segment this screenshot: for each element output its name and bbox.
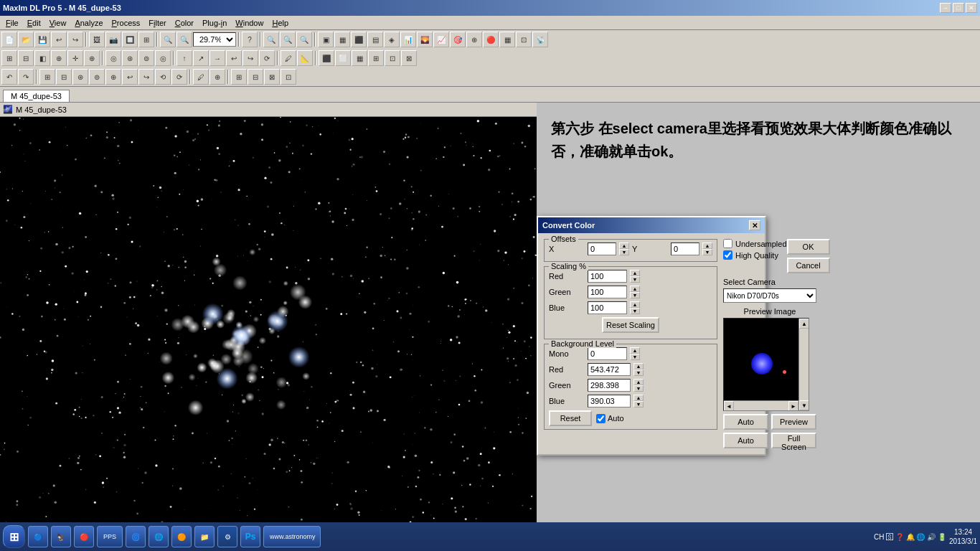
taskbar-app-5[interactable]: 🌐	[149, 526, 169, 547]
tb-t13[interactable]: ⊡	[516, 32, 532, 47]
menu-help[interactable]: Help	[268, 17, 293, 29]
scroll-up-arrow[interactable]: ▲	[799, 319, 809, 329]
tb3-17[interactable]: ⊡	[281, 69, 296, 85]
tb2-5[interactable]: ✛	[67, 50, 83, 66]
menu-filter[interactable]: Filter	[144, 17, 170, 29]
tb-zoom-out[interactable]: 🔍	[160, 32, 176, 47]
tb-open[interactable]: 📂	[18, 32, 34, 47]
menu-plugin[interactable]: Plug-in	[198, 17, 231, 29]
blue-spin-up[interactable]: ▲	[630, 301, 640, 308]
red-spin-up[interactable]: ▲	[630, 270, 640, 276]
scroll-left-arrow[interactable]: ◄	[724, 401, 734, 411]
tb2-7[interactable]: ◎	[105, 50, 121, 66]
tb3-2[interactable]: ↷	[18, 69, 34, 85]
dialog-close-button[interactable]: ✕	[749, 220, 760, 230]
camera-dropdown[interactable]: Nikon D70/D70s	[723, 288, 816, 303]
preview-scrollbar-vertical[interactable]: ▲ ▼	[798, 319, 809, 410]
tb3-13[interactable]: ⊕	[209, 69, 225, 85]
blue2-input[interactable]	[588, 395, 631, 408]
menu-process[interactable]: Process	[108, 17, 145, 29]
tb2-8[interactable]: ⊛	[122, 50, 138, 66]
menu-file[interactable]: File	[1, 17, 23, 29]
high-quality-checkbox[interactable]	[723, 250, 732, 260]
tb2-2[interactable]: ⊟	[18, 50, 34, 66]
blue2-spin-down[interactable]: ▼	[633, 401, 644, 408]
y-spin-down[interactable]: ▼	[702, 249, 712, 255]
green2-spin-down[interactable]: ▼	[633, 385, 644, 392]
tb-help[interactable]: ?	[242, 32, 258, 47]
tb-t11[interactable]: 🔴	[483, 32, 499, 47]
tb2-21[interactable]: ▦	[352, 50, 367, 66]
minimize-button[interactable]: –	[940, 3, 951, 13]
zoom-dropdown[interactable]: 29.7%	[193, 32, 236, 47]
blue-spin-down[interactable]: ▼	[630, 308, 640, 314]
tb-z3[interactable]: 🔍	[296, 32, 312, 47]
tb-t6[interactable]: 📊	[400, 32, 416, 47]
menu-view[interactable]: View	[45, 17, 71, 29]
blue-input[interactable]	[588, 301, 627, 314]
tb-img4[interactable]: ⊞	[138, 32, 154, 47]
cancel-button[interactable]: Cancel	[787, 258, 830, 273]
taskbar-app-ps[interactable]: Ps	[240, 526, 260, 547]
tb-redo[interactable]: ↪	[67, 32, 83, 47]
tb2-14[interactable]: ↩	[226, 50, 242, 66]
y-input[interactable]	[671, 242, 699, 255]
start-button[interactable]: ⊞	[3, 525, 25, 548]
tb2-13[interactable]: →	[209, 50, 225, 66]
ok-button[interactable]: OK	[787, 239, 830, 255]
menu-color[interactable]: Color	[171, 17, 198, 29]
tb2-11[interactable]: ↑	[176, 50, 192, 66]
tb2-18[interactable]: 📐	[297, 50, 313, 66]
tb3-6[interactable]: ⊚	[89, 69, 105, 85]
tb2-10[interactable]: ◎	[155, 50, 171, 66]
tb3-5[interactable]: ⊛	[72, 69, 88, 85]
reset-button[interactable]: Reset	[549, 410, 592, 426]
tb2-17[interactable]: 🖊	[281, 50, 296, 66]
tb2-15[interactable]: ↪	[242, 50, 258, 66]
maximize-button[interactable]: □	[953, 3, 964, 13]
taskbar-app-pps[interactable]: PPS	[97, 526, 123, 547]
tb-save[interactable]: 💾	[34, 32, 50, 47]
reset-scaling-button[interactable]: Reset Scaling	[602, 317, 659, 333]
tb3-14[interactable]: ⊞	[231, 69, 247, 85]
tb3-11[interactable]: ⟳	[171, 69, 187, 85]
tb-t2[interactable]: ▦	[334, 32, 350, 47]
green-spin-down[interactable]: ▼	[630, 292, 640, 298]
tb2-23[interactable]: ⊡	[385, 50, 400, 66]
x-spin-down[interactable]: ▼	[619, 249, 629, 255]
scroll-down-arrow[interactable]: ▼	[799, 400, 809, 410]
red-input[interactable]	[588, 270, 627, 283]
undersampled-checkbox[interactable]	[723, 239, 732, 248]
tb-t8[interactable]: 📈	[433, 32, 449, 47]
auto-button-1[interactable]: Auto	[723, 414, 768, 430]
tb2-22[interactable]: ⊞	[368, 50, 384, 66]
taskbar-app-folder[interactable]: 📁	[194, 526, 215, 547]
tb-t14[interactable]: 📡	[532, 32, 548, 47]
green2-spin-up[interactable]: ▲	[633, 379, 644, 385]
tb2-6[interactable]: ⊕	[84, 50, 100, 66]
tb-undo[interactable]: ↩	[51, 32, 67, 47]
tb3-7[interactable]: ⊕	[105, 69, 121, 85]
mono-spin-down[interactable]: ▼	[630, 354, 640, 360]
tb-z1[interactable]: 🔍	[263, 32, 279, 47]
green-spin-up[interactable]: ▲	[630, 286, 640, 292]
tb3-15[interactable]: ⊟	[248, 69, 263, 85]
menu-analyze[interactable]: Analyze	[70, 17, 107, 29]
taskbar-app-4[interactable]: 🌀	[126, 526, 146, 547]
tb3-3[interactable]: ⊞	[39, 69, 55, 85]
tb3-1[interactable]: ↶	[1, 69, 17, 85]
red-spin-down[interactable]: ▼	[630, 276, 640, 283]
taskbar-app-1[interactable]: 🔵	[28, 526, 48, 547]
tb-t1[interactable]: ▣	[318, 32, 334, 47]
tab-image[interactable]: M 45_dupe-53	[3, 90, 70, 102]
y-spin-up[interactable]: ▲	[702, 242, 712, 249]
auto-button-2[interactable]: Auto	[723, 433, 768, 448]
tb2-9[interactable]: ⊚	[138, 50, 154, 66]
tb2-20[interactable]: ⬜	[335, 50, 351, 66]
mono-input[interactable]	[588, 347, 627, 360]
tb2-1[interactable]: ⊞	[1, 50, 17, 66]
taskbar-app-3[interactable]: 🔴	[74, 526, 94, 547]
taskbar-app-astro[interactable]: www.astronomy	[263, 526, 321, 547]
tb-t5[interactable]: ◈	[384, 32, 400, 47]
x-spin-up[interactable]: ▲	[619, 242, 629, 249]
